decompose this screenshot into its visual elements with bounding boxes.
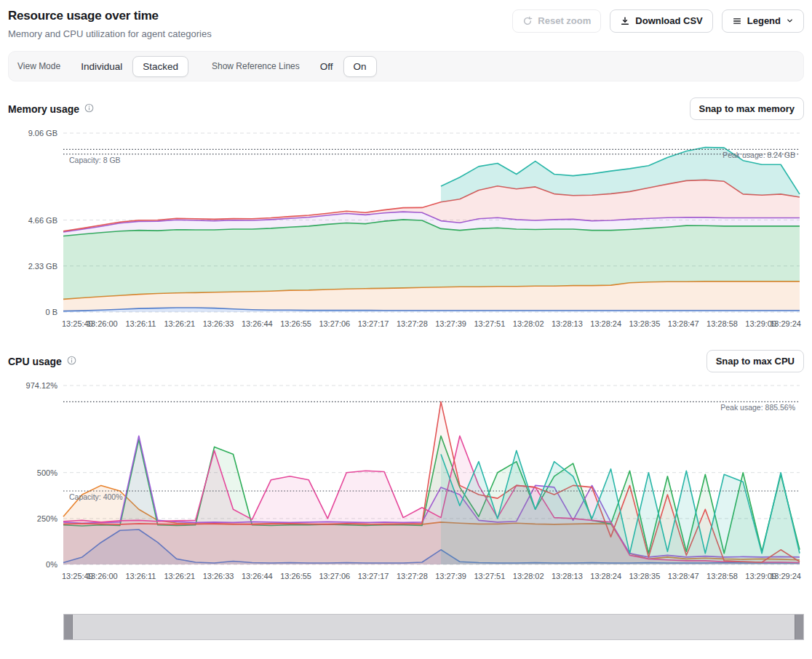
x-tick-label: 13:29:24 (770, 572, 801, 580)
y-tick-label: 9.06 GB (28, 129, 57, 137)
x-tick-label: 13:28:13 (552, 319, 583, 328)
reference-lines-option-off[interactable]: Off (310, 56, 343, 77)
reference-line-label: Capacity: 8 GB (69, 156, 121, 164)
y-tick-label: 0 B (45, 308, 57, 316)
memory-usage-chart[interactable]: 0 B2.33 GB4.66 GB9.06 GBCapacity: 8 GBPe… (8, 124, 804, 340)
x-tick-label: 13:26:33 (203, 319, 234, 328)
x-tick-label: 13:27:51 (474, 319, 505, 328)
view-mode-option-individual[interactable]: Individual (71, 56, 132, 77)
download-csv-button[interactable]: Download CSV (610, 9, 712, 33)
page-header: Resource usage over time Memory and CPU … (8, 7, 804, 39)
x-tick-label: 13:28:24 (590, 572, 621, 580)
snap-to-max-cpu-button[interactable]: Snap to max CPU (706, 350, 804, 372)
x-tick-label: 13:28:58 (706, 319, 738, 328)
x-tick-label: 13:28:58 (706, 572, 738, 580)
x-tick-label: 13:28:35 (629, 319, 660, 328)
cpu-section-title-row: CPU usage (8, 356, 76, 367)
x-tick-label: 13:26:44 (242, 572, 273, 580)
view-mode-label: View Mode (17, 61, 60, 71)
brush-handle-right[interactable] (795, 615, 803, 639)
legend-list-icon (732, 16, 742, 26)
y-tick-label: 250% (37, 514, 57, 523)
x-tick-label: 13:26:11 (125, 319, 156, 328)
x-tick-label: 13:27:06 (319, 319, 350, 328)
legend-button[interactable]: Legend (722, 9, 804, 33)
reference-line-label: Peak usage: 8.24 GB (723, 151, 795, 159)
snap-to-max-memory-button[interactable]: Snap to max memory (690, 97, 805, 120)
cpu-section-title: CPU usage (8, 356, 62, 367)
x-tick-label: 13:26:55 (280, 319, 311, 328)
brush-handle-left[interactable] (64, 615, 73, 639)
x-tick-label: 13:27:17 (358, 572, 389, 580)
x-tick-label: 13:27:17 (358, 319, 389, 328)
chevron-down-icon (786, 17, 794, 25)
reset-zoom-label: Reset zoom (538, 15, 591, 27)
x-tick-label: 13:26:11 (125, 572, 156, 580)
zoom-brush-track[interactable] (63, 614, 804, 640)
header-text: Resource usage over time Memory and CPU … (8, 7, 212, 39)
info-icon[interactable] (67, 356, 76, 367)
x-tick-label: 13:28:47 (668, 572, 699, 580)
reference-lines-option-on[interactable]: On (343, 56, 377, 77)
download-csv-label: Download CSV (635, 15, 702, 27)
x-tick-label: 13:28:24 (590, 319, 621, 328)
reference-line-label: Peak usage: 885.56% (720, 403, 795, 412)
x-tick-label: 13:27:28 (397, 572, 428, 580)
reset-zoom-button[interactable]: Reset zoom (512, 9, 601, 33)
x-tick-label: 13:26:55 (280, 572, 311, 580)
x-tick-label: 13:28:35 (629, 572, 660, 580)
reset-icon (522, 16, 533, 26)
x-tick-label: 13:27:28 (397, 319, 428, 328)
memory-section-title: Memory usage (8, 103, 79, 115)
legend-label: Legend (747, 15, 781, 27)
x-tick-label: 13:26:44 (242, 319, 273, 328)
y-tick-label: 500% (37, 468, 57, 477)
header-actions: Reset zoom Download CSV Legend (512, 9, 804, 33)
page-subtitle: Memory and CPU utilization for agent cat… (8, 28, 212, 39)
y-tick-label: 2.33 GB (28, 262, 57, 271)
x-tick-label: 13:29:24 (770, 319, 801, 328)
resource-usage-page: Resource usage over time Memory and CPU … (0, 0, 812, 656)
info-icon[interactable] (84, 103, 94, 115)
x-tick-label: 13:27:39 (435, 572, 466, 580)
y-tick-label: 974.12% (26, 381, 58, 390)
memory-section-title-row: Memory usage (8, 103, 94, 115)
y-tick-label: 0% (46, 560, 57, 569)
x-tick-label: 13:26:33 (203, 572, 234, 580)
cpu-usage-chart[interactable]: 0%250%500%974.12%Peak usage: 885.56%Capa… (8, 377, 804, 592)
x-tick-label: 13:27:39 (435, 319, 466, 328)
page-title: Resource usage over time (8, 9, 212, 23)
memory-section-header: Memory usage Snap to max memory (8, 97, 804, 120)
x-tick-label: 13:28:02 (513, 572, 544, 580)
x-tick-label: 13:28:02 (513, 319, 544, 328)
reference-lines-label: Show Reference Lines (212, 61, 300, 71)
x-tick-label: 13:28:47 (668, 319, 699, 328)
x-tick-label: 13:26:21 (164, 319, 195, 328)
x-tick-label: 13:28:13 (552, 572, 583, 580)
y-tick-label: 4.66 GB (28, 216, 57, 225)
cpu-chart-svg[interactable]: 0%250%500%974.12%Peak usage: 885.56%Capa… (8, 377, 804, 589)
memory-chart-svg[interactable]: 0 B2.33 GB4.66 GB9.06 GBCapacity: 8 GBPe… (8, 124, 804, 337)
x-tick-label: 13:27:06 (319, 572, 350, 580)
x-tick-label: 13:27:51 (474, 572, 505, 580)
cpu-section-header: CPU usage Snap to max CPU (8, 350, 804, 372)
download-icon (620, 16, 630, 26)
view-mode-option-stacked[interactable]: Stacked (132, 56, 188, 77)
x-tick-label: 13:26:21 (164, 572, 195, 580)
controls-bar: View Mode Individual Stacked Show Refere… (8, 51, 804, 81)
x-tick-label: 13:26:00 (87, 319, 118, 328)
reference-line-label: Capacity: 400% (69, 492, 123, 501)
x-tick-label: 13:26:00 (87, 572, 118, 580)
